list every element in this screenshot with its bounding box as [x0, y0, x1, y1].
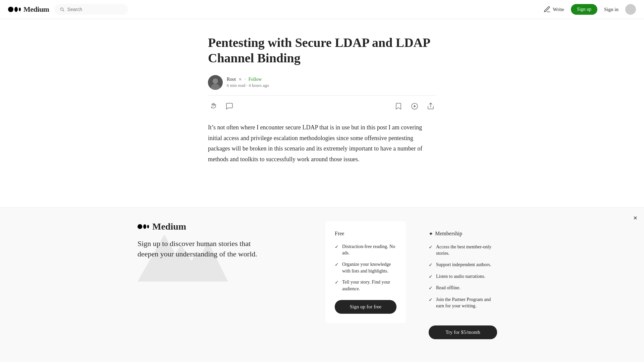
share-icon — [427, 102, 435, 110]
write-label: Write — [553, 7, 564, 12]
write-icon — [543, 6, 551, 13]
bookmark-icon — [394, 102, 402, 110]
read-time: 6 min read — [227, 83, 246, 88]
header-left: Medium — [8, 4, 128, 15]
author-name-row: Root ✕ · Follow — [227, 77, 269, 82]
svg-line-4 — [63, 10, 64, 11]
svg-point-0 — [8, 7, 13, 12]
comment-button[interactable] — [224, 101, 235, 112]
signup-button[interactable]: Sign up — [571, 4, 597, 15]
medium-wordmark: Medium — [23, 5, 49, 14]
action-left — [208, 101, 235, 112]
verified-icon: ✕ — [238, 77, 242, 82]
article-main: Pentesting with Secure LDAP and LDAP Cha… — [200, 19, 444, 185]
site-header: Medium Write Sign up Sign in — [0, 0, 644, 19]
search-icon — [60, 7, 64, 12]
author-avatar[interactable] — [208, 75, 223, 90]
article-meta: 6 min read · 4 hours ago — [227, 83, 269, 88]
clap-icon — [209, 102, 217, 110]
header-right: Write Sign up Sign in — [543, 4, 636, 15]
author-avatar-img — [208, 75, 223, 90]
listen-button[interactable] — [409, 101, 420, 112]
write-button[interactable]: Write — [543, 6, 564, 13]
author-info: Root ✕ · Follow 6 min read · 4 hours ago — [227, 77, 269, 88]
article-paragraph: It’s not often where I encounter secure … — [208, 122, 436, 165]
action-bar — [208, 101, 436, 112]
play-icon — [411, 102, 419, 110]
svg-point-1 — [14, 7, 18, 12]
author-name[interactable]: Root — [227, 77, 236, 82]
share-button[interactable] — [425, 101, 436, 112]
article-title: Pentesting with Secure LDAP and LDAP Cha… — [208, 35, 436, 66]
author-row: Root ✕ · Follow 6 min read · 4 hours ago — [208, 75, 436, 90]
search-bar[interactable] — [54, 4, 128, 15]
svg-marker-9 — [414, 105, 416, 108]
user-avatar[interactable] — [625, 4, 636, 15]
article-body: It’s not often where I encounter secure … — [208, 122, 436, 165]
svg-point-2 — [19, 8, 21, 11]
medium-logo-icon — [8, 6, 21, 13]
signin-button[interactable]: Sign in — [604, 7, 619, 12]
svg-point-6 — [213, 78, 218, 84]
save-button[interactable] — [393, 101, 404, 112]
clap-button[interactable] — [208, 101, 219, 112]
published-time: 4 hours ago — [249, 83, 269, 88]
action-right — [393, 101, 436, 112]
divider-top — [208, 95, 436, 96]
search-input[interactable] — [67, 7, 123, 12]
dot-separator: · — [245, 77, 246, 82]
follow-button[interactable]: Follow — [249, 77, 262, 82]
comment-icon — [225, 102, 233, 110]
medium-logo[interactable]: Medium — [8, 5, 49, 14]
